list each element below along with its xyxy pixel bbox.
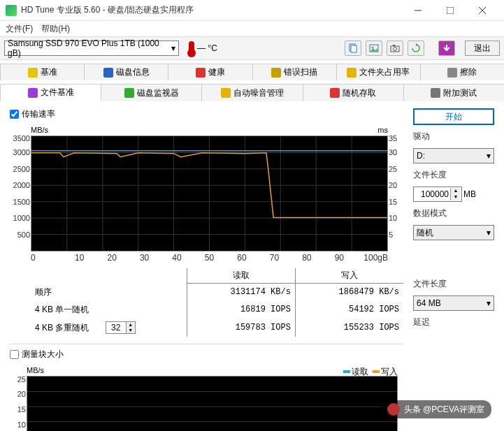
transfer-rate-check-input[interactable] [10,110,19,119]
ytick: 3000 [13,148,31,156]
block-chart: 25 20 15 10 5 [27,376,398,432]
window-title: HD Tune 专业版 5.60 - 硬盘/固态硬盘实用程序 [21,4,402,16]
drive-select[interactable]: Samsung SSD 970 EVO Plus 1TB (1000 gB) ▾ [4,41,179,56]
file-length-2-select[interactable]: 64 MB▾ [413,295,494,311]
minimize-button[interactable] [402,0,434,21]
tab-label: 基准 [41,66,57,78]
legend-read-swatch [343,370,350,373]
ytick2: 15 [17,405,27,414]
ytick: 3500 [13,134,31,143]
watermark-text: 头条 @PCEVA评测室 [404,404,484,416]
y-axis-unit: MB/s [31,126,48,134]
file-length-unit: MB [463,189,476,199]
tab-自动噪音管理[interactable]: 自动噪音管理 [201,84,303,101]
exit-button[interactable]: 退出 [465,41,500,56]
tab-擦除[interactable]: 擦除 [420,64,504,80]
queue-depth-input[interactable] [106,322,126,333]
y2-axis-unit: ms [377,126,388,134]
tab-健康[interactable]: 健康 [168,64,252,80]
stepper-up-icon[interactable]: ▲ [451,188,461,194]
tab-label: 随机存取 [343,87,376,99]
chevron-down-icon: ▾ [487,228,491,238]
menu-help[interactable]: 帮助(H) [41,23,70,35]
maximize-button[interactable] [434,0,466,21]
stepper-up-icon[interactable]: ▲ [127,322,135,328]
svg-rect-10 [393,45,395,46]
delay-label: 延迟 [413,316,494,328]
drive-select-value: Samsung SSD 970 EVO Plus 1TB (1000 gB) [8,38,171,58]
drive-letter-select[interactable]: D:▾ [413,148,494,163]
close-button[interactable] [466,0,498,21]
stepper-down-icon[interactable]: ▼ [451,194,461,200]
speaker-icon [221,88,231,98]
x-axis-labels: 0102030405060708090100gB [31,253,388,263]
stepper-down-icon[interactable]: ▼ [127,328,135,333]
copy-image-button[interactable] [366,41,382,56]
ytick: 2500 [13,165,31,173]
xtick: 20 [96,253,128,263]
action-button[interactable] [438,41,455,56]
file-length-2-label: 文件长度 [413,278,494,290]
y2tick: 15 [387,198,397,206]
tab-附加测试[interactable]: 附加测试 [403,84,504,101]
svg-point-9 [394,48,397,51]
chevron-down-icon: ▾ [487,151,491,161]
xtick: 30 [128,253,160,263]
tab-label: 文件基准 [41,87,74,98]
y-axis-unit-2: MB/s [27,366,44,374]
y2tick: 35 [387,134,397,143]
screenshot-button[interactable] [387,41,403,56]
copy-text-button[interactable] [345,41,361,56]
svg-rect-5 [351,45,357,52]
tab-磁盘监视器[interactable]: 磁盘监视器 [101,84,202,101]
watermark: 头条 @PCEVA评测室 [380,400,491,418]
file-length-2-value: 64 MB [417,298,441,308]
tab-磁盘信息[interactable]: 磁盘信息 [84,64,168,80]
row-4kb-multi: 4 KB 多重随机 ▲▼ 159783 IOPS155233 IOPS [31,319,403,337]
xtick: 10 [63,253,95,263]
block-chart-wrap: MB/s 读取 写入 25 20 15 10 5 0.5124816326412… [27,376,398,432]
temperature-value: — °C [197,43,217,53]
col-read: 读取 [187,268,296,284]
menu-file[interactable]: 文件(F) [6,23,33,35]
toolbar: Samsung SSD 970 EVO Plus 1TB (1000 gB) ▾… [0,36,504,60]
transfer-rate-checkbox[interactable]: 传输速率 [10,108,403,120]
ytick2: 25 [17,375,27,383]
ytick: 1000 [13,214,31,222]
transfer-chart: 3500 3000 2500 2000 1500 1000 500 35 30 … [31,136,388,251]
tab-文件基准[interactable]: 文件基准 [0,84,101,101]
monitor-icon [124,88,134,98]
row-sequential: 顺序3131174 KB/s1868479 KB/s [31,284,403,301]
block-size-checkbox[interactable]: 测量块大小 [10,349,403,360]
tab-错误扫描[interactable]: 错误扫描 [252,64,337,80]
thermometer-icon [189,41,194,55]
file-length-label: 文件长度 [413,169,494,181]
queue-depth-stepper[interactable]: ▲▼ [106,321,136,334]
transfer-rate-label: 传输速率 [22,108,55,120]
ytick: 2000 [13,181,31,189]
data-mode-select[interactable]: 随机▾ [413,225,494,240]
tab-文件夹占用率[interactable]: 文件夹占用率 [336,64,421,80]
xtick: 40 [161,253,193,263]
tab-label: 健康 [208,66,225,78]
file-length-input[interactable] [414,189,450,199]
svg-rect-1 [447,7,454,14]
legend-write-swatch [373,370,380,373]
tab-随机存取[interactable]: 随机存取 [303,84,404,101]
data-mode-label: 数据模式 [413,207,494,219]
tabs-lower: 文件基准磁盘监视器自动噪音管理随机存取附加测试 [0,83,504,101]
info-icon [103,68,113,78]
y2tick: 10 [387,214,397,222]
y2tick: 30 [387,148,397,156]
tab-基准[interactable]: 基准 [0,64,85,80]
start-button[interactable]: 开始 [413,108,494,125]
gear-icon [431,88,440,98]
block-size-check-input[interactable] [10,350,19,359]
tab-label: 错误扫描 [284,66,317,78]
data-mode-value: 随机 [417,227,433,239]
temperature-display: — °C [189,41,217,55]
xtick: 90 [323,253,355,263]
tab-label: 磁盘信息 [116,66,150,78]
refresh-button[interactable] [408,41,424,56]
chevron-down-icon: ▾ [171,43,175,53]
